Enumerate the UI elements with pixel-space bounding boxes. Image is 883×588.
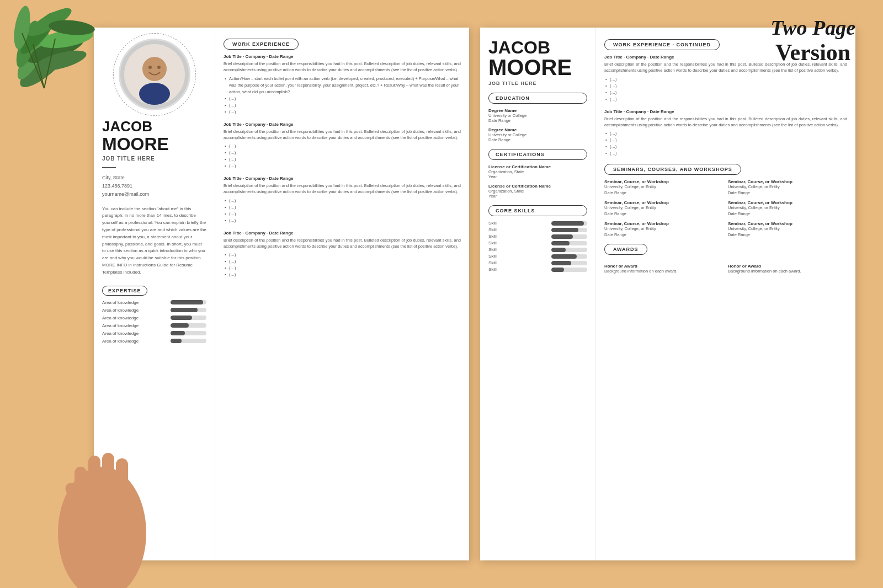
p2-job-desc-2: Brief description of the position and th…: [604, 116, 847, 129]
skill-row: Area of knowledge: [102, 323, 206, 328]
job-title-1: Job Title · Company · Date Range: [224, 54, 461, 59]
p2-job-entry-2: Job Title · Company · Date Range Brief d…: [604, 109, 847, 157]
work-exp-continued-header: WORK EXPERIENCE · CONTINUED: [604, 39, 720, 50]
edu-entry-1: Degree Name University or College Date R…: [488, 108, 587, 123]
seminar-1: Seminar, Course, or Workshop University,…: [604, 179, 724, 196]
bullet-1c: (…): [224, 109, 461, 115]
page2-right: WORK EXPERIENCE · CONTINUED Job Title · …: [596, 28, 855, 560]
seminar-6: Seminar, Course, or Workshop University,…: [728, 221, 847, 238]
cert-entry-1: License or Certification Name Organizati…: [488, 164, 587, 179]
p2-bullet-1a: (…): [604, 76, 847, 83]
bullet-3b: (…): [224, 204, 461, 211]
version-line1: Two Page: [770, 17, 855, 40]
version-line2: Version: [770, 40, 855, 65]
bullet-1a: (…): [224, 95, 461, 102]
awards-section: AWARDS Honor or Award Background informa…: [604, 243, 847, 275]
hand-decoration: [33, 367, 171, 588]
sidebar-last-name: MOORE: [102, 135, 206, 154]
p2-bullet-1c: (…): [604, 89, 847, 96]
profile-photo-container: [119, 39, 190, 110]
bullet-3c: (…): [224, 211, 461, 217]
bullet-4d: (…): [224, 271, 461, 278]
p2-job-title-2: Job Title · Company · Date Range: [604, 109, 847, 114]
core-skills-section: CORE SKILLS Skill Skill Skill: [488, 205, 587, 272]
job-entry-3: Job Title · Company · Date Range Brief d…: [224, 176, 461, 224]
p2-bullet-1d: (…): [604, 96, 847, 103]
seminars-grid: Seminar, Course, or Workshop University,…: [604, 179, 847, 238]
core-skill-8: Skill: [488, 267, 587, 272]
p2-first-name: JACOB: [488, 39, 587, 56]
edu-entry-2: Degree Name University or College Date R…: [488, 127, 587, 142]
sidebar-bio: You can include the section "about me" i…: [102, 206, 206, 276]
bullet-4a: (…): [224, 252, 461, 258]
p2-bullet-1b: (…): [604, 83, 847, 89]
core-skill-5: Skill: [488, 247, 587, 252]
plant-decoration: [0, 0, 121, 110]
version-title: Two Page Version: [770, 17, 855, 65]
core-skill-1: Skill: [488, 221, 587, 226]
skill-row: Area of knowledge: [102, 316, 206, 320]
awards-grid: Honor or Award Background information on…: [604, 264, 847, 275]
job-title-3: Job Title · Company · Date Range: [224, 176, 461, 181]
sidebar-divider: [102, 167, 116, 168]
skill-row: Area of knowledge: [102, 308, 206, 313]
certifications-label: CERTIFICATIONS: [488, 149, 587, 160]
bullet-1b: (…): [224, 102, 461, 109]
bullet-2a: (…): [224, 143, 461, 149]
core-skill-3: Skill: [488, 234, 587, 239]
core-skill-7: Skill: [488, 260, 587, 265]
education-label: EDUCATION: [488, 93, 587, 104]
seminar-4: Seminar, Course, or Workshop University,…: [728, 200, 847, 217]
seminar-3: Seminar, Course, or Workshop University,…: [604, 200, 724, 217]
job-entry-2: Job Title · Company · Date Range Brief d…: [224, 122, 461, 170]
award-2: Honor or Award Background information on…: [728, 264, 847, 275]
phone: 123.456.7891: [102, 182, 206, 190]
core-skill-2: Skill: [488, 227, 587, 232]
p2-bullet-2b: (…): [604, 137, 847, 143]
education-section: EDUCATION Degree Name University or Coll…: [488, 93, 587, 142]
bullet-4b: (…): [224, 258, 461, 265]
p2-bullet-2c: (…): [604, 143, 847, 150]
skills-list: Area of knowledge Area of knowledge Area…: [102, 300, 206, 344]
seminars-section: SEMINARS, COURSES, AND WORKSHOPS Seminar…: [604, 163, 847, 238]
action-note: Action/How – start each bullet point wit…: [224, 76, 461, 95]
seminar-2: Seminar, Course, or Workshop University,…: [728, 179, 847, 196]
job-desc-2: Brief description of the position and th…: [224, 129, 461, 141]
award-1: Honor or Award Background information on…: [604, 264, 724, 275]
job-entry-1: Job Title · Company · Date Range Brief d…: [224, 54, 461, 115]
skill-row: Area of knowledge: [102, 300, 206, 305]
resume-page-2: JACOB MOORE JOB TITLE HERE EDUCATION Deg…: [480, 28, 855, 560]
pages-container: JACOB MOORE JOB TITLE HERE City, State 1…: [94, 28, 855, 560]
expertise-section: EXPERTISE Area of knowledge Area of know…: [102, 285, 206, 344]
core-skill-4: Skill: [488, 240, 587, 245]
bullet-4c: (…): [224, 265, 461, 271]
svg-rect-17: [116, 458, 128, 511]
job-desc-1: Brief description of the position and th…: [224, 61, 461, 73]
bullet-2d: (…): [224, 163, 461, 169]
bullet-2b: (…): [224, 149, 461, 156]
job-entry-4: Job Title · Company · Date Range Brief d…: [224, 231, 461, 279]
awards-label: AWARDS: [604, 244, 647, 255]
decorative-circle: [113, 33, 196, 116]
seminar-5: Seminar, Course, or Workshop University,…: [604, 221, 724, 238]
core-skills-label: CORE SKILLS: [488, 205, 587, 216]
p2-bullet-2a: (…): [604, 130, 847, 137]
p2-last-name: MOORE: [488, 56, 587, 78]
bullet-2c: (…): [224, 156, 461, 163]
email: yourname@mail.com: [102, 190, 206, 199]
cert-entry-2: License or Certification Name Organizati…: [488, 184, 587, 199]
core-skill-6: Skill: [488, 254, 587, 259]
p2-bullet-2d: (…): [604, 150, 847, 157]
job-desc-4: Brief description of the position and th…: [224, 237, 461, 250]
work-experience-header: WORK EXPERIENCE: [224, 39, 299, 50]
p2-job-title: JOB TITLE HERE: [488, 81, 587, 86]
job-title-4: Job Title · Company · Date Range: [224, 231, 461, 236]
city-state: City, State: [102, 174, 206, 182]
bullet-3d: (…): [224, 217, 461, 224]
bullet-3a: (…): [224, 197, 461, 204]
sidebar-name: JACOB MOORE JOB TITLE HERE: [102, 119, 206, 162]
core-skills-grid: Skill Skill Skill Skill: [488, 221, 587, 272]
svg-rect-16: [102, 453, 114, 511]
sidebar-job-title: JOB TITLE HERE: [102, 156, 206, 162]
certifications-section: CERTIFICATIONS License or Certification …: [488, 149, 587, 199]
